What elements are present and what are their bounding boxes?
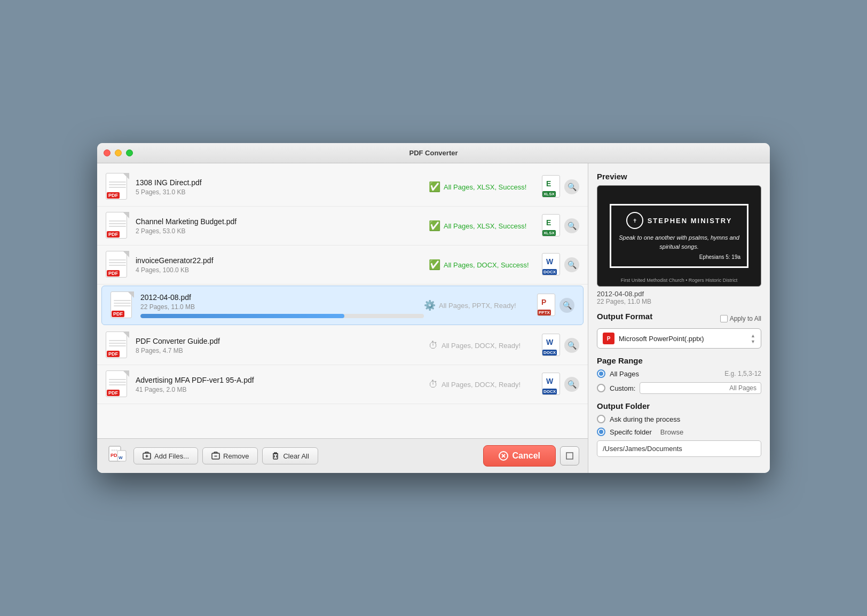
- output-format-section: Output Format Apply to All P Microsoft P…: [597, 312, 761, 349]
- magnify-button[interactable]: 🔍: [559, 298, 574, 313]
- remove-icon: [211, 452, 220, 460]
- output-file-icon[interactable]: W DOCX: [542, 373, 561, 396]
- file-info: Advertising MFA PDF-ver1 95-A.pdf 41 Pag…: [136, 376, 429, 393]
- success-icon: ✅: [429, 220, 440, 232]
- file-status: ✅ All Pages, XLSX, Success!: [429, 181, 535, 193]
- pdf-badge: PDF: [112, 311, 124, 317]
- preview-ref: Ephesians 5: 19a: [618, 254, 740, 260]
- add-files-button[interactable]: Add Files...: [133, 447, 198, 464]
- specific-folder-radio[interactable]: [597, 428, 605, 436]
- output-file-icon[interactable]: E XLSX: [542, 214, 561, 238]
- magnify-button[interactable]: 🔍: [564, 179, 579, 194]
- pdf-badge: PDF: [107, 351, 120, 357]
- all-pages-radio[interactable]: [597, 369, 605, 378]
- folder-radio-group: Ask during the process Specifc folder Br…: [597, 415, 761, 436]
- output-badge: PPTX: [538, 310, 551, 315]
- preview-logo-text: STEPHEN MINISTRY: [648, 217, 732, 225]
- spinner-icon: ⚙️: [424, 299, 436, 311]
- list-item[interactable]: PDF 1308 ING Direct.pdf 5 Pages, 31.0 KB…: [97, 168, 588, 207]
- radio-row-specific: Specifc folder Browse: [597, 428, 761, 436]
- apply-to-all: Apply to All: [720, 315, 761, 322]
- output-badge: DOCX: [542, 350, 557, 356]
- browse-button[interactable]: Browse: [660, 428, 683, 436]
- progress-bar-container: [140, 314, 424, 318]
- file-icon: PDF: [111, 291, 134, 319]
- page-range-section: Page Range All Pages E.g. 1,5,3-12 Custo…: [597, 356, 761, 394]
- svg-text:W: W: [119, 455, 123, 460]
- cancel-button[interactable]: Cancel: [483, 445, 556, 467]
- maximize-button[interactable]: [126, 149, 133, 156]
- pdf-converter-icon: PDF ≡≡≡ → W: [107, 445, 128, 467]
- list-item[interactable]: PDF Channel Marketing Budget.pdf 2 Pages…: [97, 207, 588, 246]
- stepper-arrows: ▲ ▼: [751, 333, 755, 344]
- output-letter: W: [546, 257, 553, 266]
- svg-text:≡≡≡: ≡≡≡: [111, 448, 117, 452]
- close-button[interactable]: [104, 149, 111, 156]
- list-item[interactable]: PDF Advertising MFA PDF-ver1 95-A.pdf 41…: [97, 365, 588, 404]
- preview-verse: Speak to one another with psalms, hymns …: [618, 233, 740, 251]
- output-file-icon[interactable]: W DOCX: [542, 334, 561, 357]
- clock-icon: ⏱: [429, 340, 438, 351]
- sidebar-panel: Preview ✝ STEPHEN MINISTRY Speak to one …: [588, 163, 770, 473]
- ask-during-radio[interactable]: [597, 415, 605, 423]
- file-meta: 22 Pages, 11.0 MB: [140, 303, 424, 311]
- file-name: 2012-04-08.pdf: [140, 293, 424, 302]
- pdf-badge: PDF: [107, 270, 120, 277]
- minimize-button[interactable]: [115, 149, 122, 156]
- remove-button[interactable]: Remove: [202, 447, 258, 464]
- custom-input[interactable]: [640, 382, 761, 394]
- page-range-title: Page Range: [597, 356, 761, 365]
- success-icon: ✅: [429, 181, 440, 193]
- status-text: All Pages, XLSX, Success!: [444, 222, 526, 230]
- clear-all-label: Clear All: [283, 452, 309, 460]
- clear-all-icon: [271, 452, 280, 460]
- output-badge: DOCX: [542, 269, 557, 275]
- radio-row-custom: Custom:: [597, 382, 761, 394]
- clock-icon: ⏱: [429, 379, 438, 390]
- format-label: Microsoft PowerPoint(.pptx): [619, 335, 746, 343]
- file-list: PDF 1308 ING Direct.pdf 5 Pages, 31.0 KB…: [97, 163, 588, 438]
- toolbar-icon: PDF ≡≡≡ → W: [106, 444, 129, 468]
- custom-radio[interactable]: [597, 384, 605, 392]
- file-list-panel: PDF 1308 ING Direct.pdf 5 Pages, 31.0 KB…: [97, 163, 588, 473]
- preview-footer: First United Methodist Church • Rogers H…: [621, 278, 738, 283]
- output-file-icon[interactable]: W DOCX: [542, 253, 561, 277]
- preview-section: Preview ✝ STEPHEN MINISTRY Speak to one …: [597, 172, 761, 305]
- magnify-button[interactable]: 🔍: [564, 257, 579, 272]
- output-format-title: Output Format: [597, 312, 652, 321]
- preview-logo: ✝ STEPHEN MINISTRY: [618, 212, 740, 229]
- magnify-button[interactable]: 🔍: [564, 218, 579, 233]
- output-icons: W DOCX 🔍: [542, 253, 579, 277]
- magnify-button[interactable]: 🔍: [564, 338, 579, 353]
- output-file-icon[interactable]: E XLSX: [542, 175, 561, 199]
- all-pages-label: All Pages: [610, 370, 639, 378]
- apply-to-all-checkbox[interactable]: [720, 315, 728, 322]
- square-button[interactable]: [560, 446, 579, 465]
- list-item[interactable]: PDF PDF Converter Guide.pdf 8 Pages, 4.7…: [97, 326, 588, 365]
- preview-filename: 2012-04-08.pdf: [597, 290, 761, 298]
- page-range-hint: E.g. 1,5,3-12: [724, 370, 761, 377]
- file-icon: PDF: [106, 331, 129, 359]
- folder-path-input[interactable]: [597, 440, 761, 457]
- preview-inner: ✝ STEPHEN MINISTRY Speak to one another …: [610, 204, 748, 268]
- clear-all-button[interactable]: Clear All: [262, 447, 318, 464]
- file-status: ✅ All Pages, XLSX, Success!: [429, 220, 535, 232]
- radio-group: All Pages E.g. 1,5,3-12 Custom:: [597, 369, 761, 394]
- window-title: PDF Converter: [409, 149, 458, 157]
- preview-title: Preview: [597, 172, 761, 181]
- file-icon: PDF: [106, 173, 129, 201]
- status-text: All Pages, DOCX, Ready!: [442, 342, 521, 350]
- file-name: PDF Converter Guide.pdf: [136, 337, 429, 345]
- file-meta: 2 Pages, 53.0 KB: [136, 227, 429, 235]
- success-icon: ✅: [429, 259, 440, 271]
- list-item[interactable]: PDF invoiceGenerator22.pdf 4 Pages, 100.…: [97, 246, 588, 285]
- file-name: invoiceGenerator22.pdf: [136, 256, 429, 265]
- output-file-icon[interactable]: P PPTX: [537, 294, 556, 317]
- output-letter: P: [541, 298, 546, 306]
- list-item[interactable]: PDF 2012-04-08.pdf 22 Pages, 11.0 MB ⚙️ …: [101, 286, 584, 325]
- file-status: ⏱ All Pages, DOCX, Ready!: [429, 379, 535, 390]
- format-select[interactable]: P Microsoft PowerPoint(.pptx) ▲ ▼: [597, 328, 761, 349]
- magnify-button[interactable]: 🔍: [564, 377, 579, 392]
- app-window: PDF Converter: [97, 143, 770, 473]
- custom-label: Custom:: [610, 384, 635, 392]
